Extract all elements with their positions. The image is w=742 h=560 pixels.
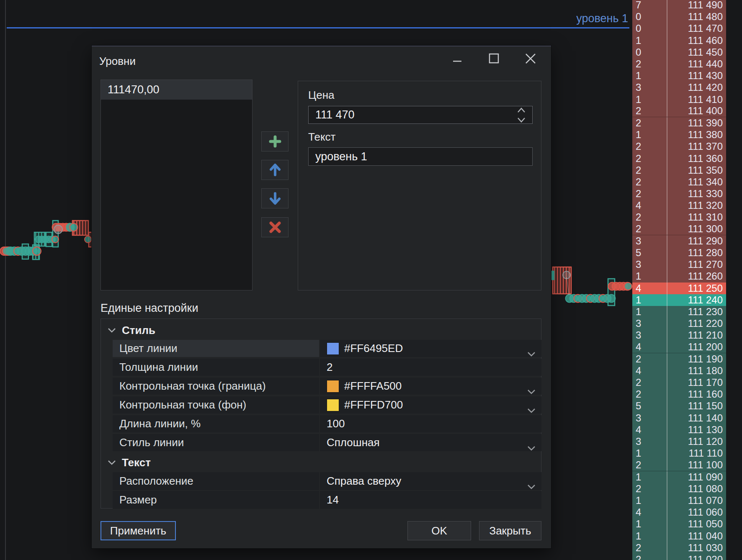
settings-row-value[interactable]: 2 xyxy=(320,359,541,376)
ladder-row[interactable]: 2111 100 xyxy=(632,459,726,471)
ladder-price: 111 490 xyxy=(667,0,726,11)
ladder-row[interactable]: 2111 080 xyxy=(632,483,726,495)
ladder-row[interactable]: 2111 350 xyxy=(632,164,726,176)
settings-row-label: Цвет линии xyxy=(113,340,320,357)
dom-ladder[interactable]: 7111 4900111 4800111 4701111 4600111 450… xyxy=(632,0,726,560)
apply-button[interactable]: Применить xyxy=(100,521,176,540)
settings-row[interactable]: Размер14 xyxy=(113,491,541,509)
ladder-row[interactable]: 1111 380 xyxy=(632,129,726,141)
ladder-row[interactable]: 1111 090 xyxy=(632,471,726,483)
color-swatch xyxy=(327,380,339,393)
ladder-volume: 4 xyxy=(632,365,667,377)
delete-level-button[interactable] xyxy=(261,217,289,237)
ladder-row[interactable]: 2111 160 xyxy=(632,388,726,400)
settings-group-header[interactable]: Стиль xyxy=(101,321,541,340)
ladder-row[interactable]: 3111 140 xyxy=(632,412,726,424)
settings-row-label: Длина линии, % xyxy=(113,415,320,432)
ladder-price: 111 380 xyxy=(667,129,726,141)
ladder-row[interactable]: 2111 170 xyxy=(632,377,726,388)
settings-row-value[interactable]: 100 xyxy=(320,415,541,432)
move-down-button[interactable] xyxy=(261,188,289,208)
ladder-row[interactable]: 3111 210 xyxy=(632,329,726,341)
price-spinner[interactable] xyxy=(513,108,530,123)
settings-group-header[interactable]: Текст xyxy=(101,453,541,472)
settings-row-value[interactable]: Справа сверху xyxy=(320,472,541,490)
ladder-row[interactable]: 2111 390 xyxy=(632,117,726,129)
close-button[interactable] xyxy=(525,53,536,64)
ladder-row[interactable]: 4111 130 xyxy=(632,424,726,436)
ladder-row[interactable]: 3111 120 xyxy=(632,436,726,447)
text-input[interactable]: уровень 1 xyxy=(308,147,533,166)
maximize-button[interactable] xyxy=(489,53,500,64)
cancel-button[interactable]: Закрыть xyxy=(479,521,541,540)
ladder-price: 111 350 xyxy=(667,164,726,176)
ladder-row[interactable]: 4111 250 xyxy=(632,283,726,294)
settings-row-value[interactable]: #FFFFA500 xyxy=(320,378,541,395)
ladder-row[interactable]: 1111 050 xyxy=(632,518,726,530)
ladder-row[interactable]: 4111 200 xyxy=(632,341,726,353)
ladder-row[interactable]: 3111 270 xyxy=(632,259,726,270)
level-list-item[interactable]: 111470,00 xyxy=(101,80,252,100)
minimize-button[interactable] xyxy=(452,56,463,67)
settings-row[interactable]: Толщина линии2 xyxy=(113,359,541,376)
settings-row[interactable]: Контрольная точка (фон)#FFFFD700 xyxy=(113,396,541,414)
ladder-row[interactable]: 1111 260 xyxy=(632,270,726,282)
ladder-row[interactable]: 3111 220 xyxy=(632,318,726,329)
ladder-row[interactable]: 3111 290 xyxy=(632,235,726,247)
ladder-row[interactable]: 1111 230 xyxy=(632,306,726,318)
ladder-volume: 4 xyxy=(632,200,667,211)
dialog-title[interactable]: Уровни xyxy=(99,55,136,68)
ladder-row[interactable]: 2111 310 xyxy=(632,211,726,223)
ladder-row[interactable]: 2111 030 xyxy=(632,542,726,554)
ladder-row[interactable]: 1111 110 xyxy=(632,447,726,459)
ladder-row[interactable]: 1111 410 xyxy=(632,94,726,105)
ladder-row[interactable]: 2111 440 xyxy=(632,58,726,70)
ladder-row[interactable]: 2111 360 xyxy=(632,152,726,164)
settings-row[interactable]: РасположениеСправа сверху xyxy=(113,472,541,490)
ladder-row[interactable]: 0111 450 xyxy=(632,46,726,58)
levels-dialog: Уровни 111470,00 Цена 111 470 Текст уров… xyxy=(92,46,551,548)
cluster-bubble xyxy=(35,236,42,243)
ladder-row[interactable]: 2111 300 xyxy=(632,223,726,235)
settings-row-value[interactable]: 14 xyxy=(320,491,541,509)
ladder-row[interactable]: 0111 480 xyxy=(632,11,726,23)
ladder-row[interactable]: 2111 400 xyxy=(632,105,726,117)
level-line[interactable] xyxy=(7,27,629,28)
ladder-row[interactable]: 7111 490 xyxy=(632,0,726,11)
ladder-price: 111 250 xyxy=(667,283,726,294)
ladder-row[interactable]: 0111 470 xyxy=(632,23,726,34)
ladder-volume: 3 xyxy=(632,436,667,447)
ladder-row[interactable]: 5111 280 xyxy=(632,247,726,259)
ladder-row[interactable]: 1111 040 xyxy=(632,530,726,542)
ladder-row[interactable]: 4111 180 xyxy=(632,365,726,377)
settings-row[interactable]: Стиль линииСплошная xyxy=(113,434,541,451)
cluster-bubble xyxy=(570,295,578,303)
ladder-row[interactable]: 1111 460 xyxy=(632,35,726,46)
move-up-button[interactable] xyxy=(261,160,289,180)
settings-row[interactable]: Длина линии, %100 xyxy=(113,415,541,432)
ladder-row[interactable]: 1111 070 xyxy=(632,495,726,506)
settings-row[interactable]: Контрольная точка (граница)#FFFFA500 xyxy=(113,378,541,395)
settings-row-value[interactable]: #FF6495ED xyxy=(320,340,541,357)
ladder-row[interactable]: 2111 020 xyxy=(632,554,726,560)
settings-row-value[interactable]: #FFFFD700 xyxy=(320,396,541,414)
cluster-bubble xyxy=(3,247,11,255)
ladder-row[interactable]: 2111 190 xyxy=(632,353,726,365)
ladder-row[interactable]: 1111 430 xyxy=(632,70,726,82)
ladder-row[interactable]: 2111 340 xyxy=(632,176,726,188)
settings-row[interactable]: Цвет линии#FF6495ED xyxy=(113,340,541,357)
ladder-row[interactable]: 4111 060 xyxy=(632,506,726,518)
settings-row-label: Размер xyxy=(113,491,320,509)
ladder-row[interactable]: 3111 420 xyxy=(632,82,726,93)
ladder-row[interactable]: 5111 150 xyxy=(632,400,726,412)
levels-listbox[interactable]: 111470,00 xyxy=(100,80,252,290)
ok-button[interactable]: OK xyxy=(407,521,471,540)
price-input[interactable]: 111 470 xyxy=(308,106,533,124)
ladder-row[interactable]: 2111 370 xyxy=(632,141,726,152)
ladder-row[interactable]: 2111 330 xyxy=(632,188,726,200)
ladder-row[interactable]: 1111 240 xyxy=(632,294,726,306)
ladder-row[interactable]: 4111 320 xyxy=(632,200,726,211)
ladder-price: 111 090 xyxy=(667,471,726,483)
settings-row-value[interactable]: Сплошная xyxy=(320,434,541,451)
add-level-button[interactable] xyxy=(261,131,289,152)
